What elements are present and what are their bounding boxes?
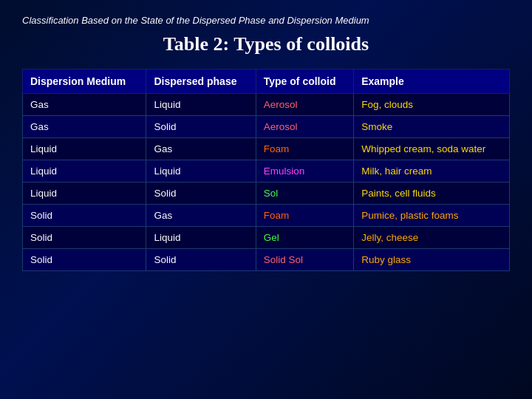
cell-medium: Solid — [23, 205, 146, 227]
cell-type: Solid Sol — [256, 249, 353, 271]
subtitle: Classification Based on the State of the… — [22, 15, 510, 26]
cell-example: Paints, cell fluids — [354, 183, 510, 205]
page-container: Classification Based on the State of the… — [0, 0, 532, 399]
header-dispersed: Dispersed phase — [146, 69, 256, 94]
header-medium: Dispersion Medium — [23, 69, 146, 94]
cell-example: Ruby glass — [354, 249, 510, 271]
cell-example: Jelly, cheese — [354, 227, 510, 249]
cell-type: Foam — [256, 205, 353, 227]
cell-type: Aerosol — [256, 116, 353, 138]
cell-dispersed: Solid — [146, 116, 256, 138]
cell-type: Emulsion — [256, 160, 353, 183]
cell-dispersed: Solid — [146, 249, 256, 271]
cell-example: Fog, clouds — [354, 94, 510, 116]
cell-type: Gel — [256, 227, 353, 249]
colloid-table: Dispersion Medium Dispersed phase Type o… — [22, 69, 510, 271]
cell-medium: Gas — [23, 94, 146, 116]
cell-type: Foam — [256, 138, 353, 160]
cell-medium: Liquid — [23, 138, 146, 160]
cell-medium: Gas — [23, 116, 146, 138]
table-row: LiquidGasFoamWhipped cream, soda water — [23, 138, 510, 160]
header-example: Example — [354, 69, 510, 94]
table-header-row: Dispersion Medium Dispersed phase Type o… — [23, 69, 510, 94]
cell-dispersed: Liquid — [146, 94, 256, 116]
table-row: GasSolidAerosolSmoke — [23, 116, 510, 138]
table-row: SolidSolidSolid SolRuby glass — [23, 249, 510, 271]
table-row: SolidGasFoamPumice, plastic foams — [23, 205, 510, 227]
cell-medium: Solid — [23, 227, 146, 249]
cell-example: Milk, hair cream — [354, 160, 510, 183]
cell-type: Aerosol — [256, 94, 353, 116]
cell-medium: Liquid — [23, 160, 146, 183]
table-row: LiquidLiquidEmulsionMilk, hair cream — [23, 160, 510, 183]
cell-dispersed: Liquid — [146, 227, 256, 249]
table-row: GasLiquidAerosolFog, clouds — [23, 94, 510, 116]
cell-medium: Liquid — [23, 183, 146, 205]
cell-example: Whipped cream, soda water — [354, 138, 510, 160]
cell-example: Pumice, plastic foams — [354, 205, 510, 227]
cell-medium: Solid — [23, 249, 146, 271]
cell-type: Sol — [256, 183, 353, 205]
page-title: Table 2: Types of colloids — [22, 33, 510, 55]
cell-dispersed: Solid — [146, 183, 256, 205]
header-type: Type of colloid — [256, 69, 353, 94]
cell-dispersed: Gas — [146, 138, 256, 160]
cell-example: Smoke — [354, 116, 510, 138]
cell-dispersed: Liquid — [146, 160, 256, 183]
table-row: SolidLiquidGelJelly, cheese — [23, 227, 510, 249]
cell-dispersed: Gas — [146, 205, 256, 227]
table-row: LiquidSolidSolPaints, cell fluids — [23, 183, 510, 205]
